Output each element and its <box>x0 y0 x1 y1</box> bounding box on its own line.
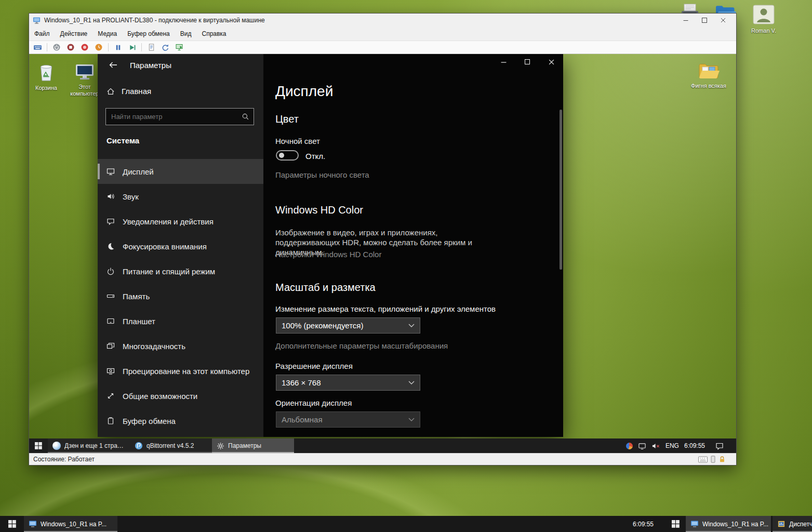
vm-maximize-button[interactable] <box>695 15 714 26</box>
record-icon[interactable] <box>80 43 89 52</box>
sidebar-item-tablet[interactable]: Планшет <box>98 309 263 334</box>
home-icon <box>107 87 115 96</box>
display-icon <box>107 167 115 176</box>
vm-close-button[interactable] <box>714 15 733 26</box>
sidebar-item-multitasking[interactable]: Многозадачность <box>98 334 263 358</box>
desktop-icon-label: Корзина <box>35 85 57 91</box>
toolbar-separator <box>108 43 109 51</box>
advanced-scaling-link[interactable]: Дополнительные параметры масштабирования <box>275 341 448 350</box>
language-indicator[interactable]: ENG <box>665 442 679 449</box>
sidebar-item-power-sleep[interactable]: Питание и спящий режим <box>98 259 263 284</box>
keyboard-icon <box>698 456 708 463</box>
sidebar-item-label: Память <box>123 292 150 301</box>
settings-scrollbar[interactable] <box>560 110 562 270</box>
menu-file[interactable]: Файл <box>29 27 55 41</box>
night-light-toggle[interactable] <box>276 150 299 161</box>
search-icon[interactable] <box>237 113 254 121</box>
settings-close-button[interactable] <box>539 54 563 70</box>
task-label: Windows_10_R1 на P... <box>41 521 107 528</box>
vm-titlebar[interactable]: Windows_10_R1 на PROLIANT-DL380 - подклю… <box>29 14 736 27</box>
section-color: Цвет <box>275 113 299 125</box>
notifications-icon <box>107 217 115 225</box>
host-clock[interactable]: 6:09:55 <box>623 516 663 532</box>
resolution-label: Разрешение дисплея <box>275 362 353 370</box>
orientation-label: Ориентация дисплея <box>275 398 352 407</box>
enhanced-session-icon[interactable] <box>175 43 184 52</box>
taskbar-task-settings[interactable]: Параметры <box>212 438 294 453</box>
sound-icon <box>107 192 115 201</box>
sidebar-item-notifications[interactable]: Уведомления и действия <box>98 209 263 234</box>
hyperv-connect-icon <box>690 520 699 528</box>
section-hdr: Windows HD Color <box>275 204 363 216</box>
search-input[interactable] <box>106 109 237 125</box>
sidebar-item-shared-experiences[interactable]: Общие возможности <box>98 383 263 408</box>
sidebar-item-sound[interactable]: Звук <box>98 184 263 209</box>
host-start-button-2[interactable] <box>665 516 686 532</box>
menu-media[interactable]: Медиа <box>92 27 122 41</box>
toggle-knob <box>279 153 284 158</box>
settings-maximize-button[interactable] <box>515 54 539 70</box>
revert-icon[interactable] <box>161 43 170 52</box>
save-state-icon[interactable] <box>94 43 103 52</box>
sidebar-item-storage[interactable]: Память <box>98 284 263 309</box>
vm-minimize-button[interactable] <box>676 15 695 26</box>
menu-action[interactable]: Действие <box>55 27 93 41</box>
vm-menubar: Файл Действие Медиа Буфер обмена Вид Спр… <box>29 27 736 41</box>
ctrl-alt-del-icon[interactable] <box>33 43 42 52</box>
host-task-vm-window-2[interactable]: Windows_10_R1 на P... <box>686 516 771 532</box>
turn-off-icon[interactable] <box>52 43 61 52</box>
desktop-icon-label: Roman V. <box>751 28 776 34</box>
guest-start-button[interactable] <box>29 438 48 453</box>
host-start-button[interactable] <box>0 516 24 532</box>
sidebar-item-clipboard[interactable]: Буфер обмена <box>98 408 263 433</box>
task-label: Дзен и еще 1 страни... <box>64 442 125 449</box>
settings-minimize-button[interactable] <box>491 54 515 70</box>
checkpoint-icon[interactable] <box>147 43 156 52</box>
hdr-settings-link[interactable]: Настройки Windows HD Color <box>275 250 381 259</box>
pause-icon[interactable] <box>113 43 123 52</box>
sidebar-item-projecting[interactable]: Проецирование на этот компьютер <box>98 358 263 383</box>
windows-logo-icon <box>8 520 16 528</box>
resume-icon[interactable] <box>127 43 137 52</box>
resolution-dropdown[interactable]: 1366 × 768 <box>276 375 420 391</box>
host-icon-user[interactable]: Roman V. <box>744 4 783 34</box>
vm-status-bar: Состояние: Работает <box>29 453 736 465</box>
shut-down-icon[interactable] <box>66 43 75 52</box>
gear-icon <box>217 442 224 450</box>
menu-clipboard[interactable]: Буфер обмена <box>122 27 175 41</box>
sidebar-item-home[interactable]: Главная <box>107 87 151 96</box>
night-light-settings-link[interactable]: Параметры ночного света <box>275 170 369 179</box>
sidebar-item-label: Многозадачность <box>123 342 185 351</box>
focus-assist-icon <box>107 242 115 250</box>
network-icon[interactable] <box>638 442 646 450</box>
sidebar-item-focus-assist[interactable]: Фокусировка внимания <box>98 234 263 259</box>
guest-icon-recycle-bin[interactable]: Корзина <box>29 60 66 91</box>
sidebar-item-label: Питание и спящий режим <box>123 267 215 276</box>
scale-value: 100% (рекомендуется) <box>282 321 363 330</box>
projecting-icon <box>107 367 115 375</box>
volume-muted-icon[interactable] <box>651 442 660 450</box>
recycle-bin-icon <box>35 60 57 83</box>
sidebar-nav: Дисплей Звук Уведомления и действия <box>98 159 263 433</box>
section-scale: Масштаб и разметка <box>275 282 376 294</box>
guest-clock[interactable]: 6:09:55 <box>684 442 705 449</box>
guest-icon-folder-misc[interactable]: Фигня всякая <box>689 60 728 89</box>
menu-help[interactable]: Справка <box>196 27 231 41</box>
taskbar-task-qbittorrent[interactable]: qBittorrent v4.5.2 <box>130 438 212 453</box>
back-button[interactable] <box>104 58 123 72</box>
tray-app-icon[interactable] <box>626 443 633 449</box>
menu-view[interactable]: Вид <box>175 27 197 41</box>
host-task-manager[interactable]: Диспетчер <box>773 516 812 532</box>
sidebar-item-label: Фокусировка внимания <box>123 242 207 251</box>
scale-dropdown[interactable]: 100% (рекомендуется) <box>276 317 420 334</box>
tablet-icon <box>107 317 115 325</box>
taskbar-task-browser[interactable]: Дзен и еще 1 страни... <box>48 438 130 453</box>
qbittorrent-icon <box>135 442 143 450</box>
sidebar-item-label: Звук <box>123 192 139 201</box>
sidebar-item-label: Уведомления и действия <box>123 217 214 226</box>
settings-sidebar: Параметры Главная Система <box>98 54 263 437</box>
action-center-icon[interactable] <box>714 441 725 451</box>
host-task-vm-window[interactable]: Windows_10_R1 на P... <box>24 516 117 532</box>
orientation-dropdown[interactable]: Альбомная <box>276 411 420 428</box>
sidebar-item-display[interactable]: Дисплей <box>98 159 263 184</box>
